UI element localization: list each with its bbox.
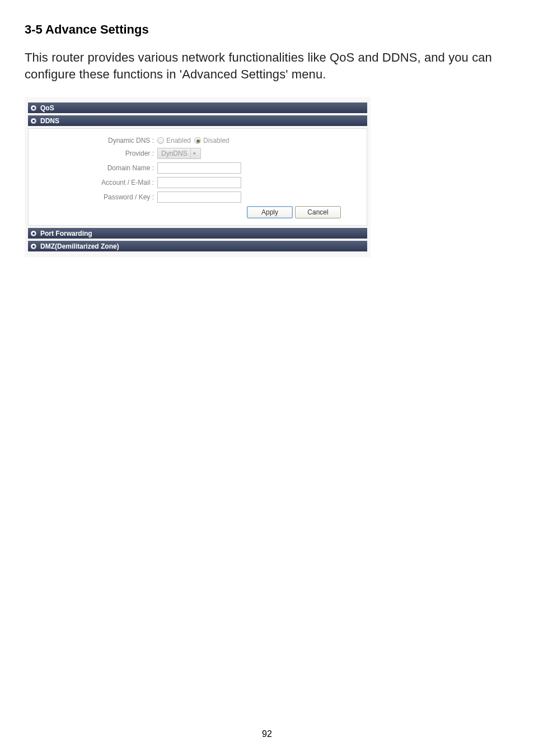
- section-ddns-title: DDNS: [40, 117, 59, 125]
- section-heading: 3-5 Advance Settings: [25, 22, 509, 37]
- bullet-icon: [30, 105, 37, 111]
- section-dmz-title: DMZ(Demilitarized Zone): [40, 242, 119, 250]
- label-password-key: Password / Key :: [36, 193, 154, 201]
- ddns-button-row: Apply Cancel: [36, 206, 359, 218]
- row-domain-name: Domain Name :: [36, 162, 359, 174]
- radio-enabled-label: Enabled: [166, 137, 191, 144]
- row-password-key: Password / Key :: [36, 192, 359, 203]
- intro-paragraph: This router provides various network fun…: [25, 49, 509, 82]
- page-number: 92: [0, 729, 534, 739]
- cancel-button[interactable]: Cancel: [295, 206, 341, 218]
- section-qos-header[interactable]: QoS: [28, 102, 367, 113]
- section-port-forwarding-title: Port Forwarding: [40, 230, 92, 237]
- ddns-body: Dynamic DNS : Enabled Disabled Provider …: [28, 128, 367, 226]
- section-port-forwarding-header[interactable]: Port Forwarding: [28, 228, 367, 239]
- row-dynamic-dns: Dynamic DNS : Enabled Disabled: [36, 137, 359, 144]
- bullet-icon: [30, 230, 37, 237]
- provider-select[interactable]: DynDNS ▾: [157, 148, 201, 159]
- bullet-icon: [30, 118, 37, 124]
- label-provider: Provider :: [36, 150, 154, 157]
- settings-panel: QoS DDNS Dynamic DNS : Enabled Disabled: [25, 97, 371, 257]
- radio-icon: [194, 137, 201, 144]
- section-qos-title: QoS: [40, 104, 54, 112]
- domain-name-input[interactable]: [157, 162, 241, 174]
- account-email-input[interactable]: [157, 177, 241, 188]
- row-provider: Provider : DynDNS ▾: [36, 148, 359, 159]
- radio-disabled-label: Disabled: [203, 137, 229, 144]
- radio-enabled[interactable]: Enabled: [157, 137, 191, 144]
- password-key-input[interactable]: [157, 192, 241, 203]
- label-domain-name: Domain Name :: [36, 164, 154, 172]
- radio-icon: [157, 137, 164, 144]
- chevron-down-icon: ▾: [190, 148, 198, 158]
- row-account-email: Account / E-Mail :: [36, 177, 359, 188]
- section-ddns-header[interactable]: DDNS: [28, 115, 367, 126]
- dynamic-dns-radio-group: Enabled Disabled: [157, 137, 233, 144]
- provider-value: DynDNS: [161, 150, 188, 157]
- section-dmz-header[interactable]: DMZ(Demilitarized Zone): [28, 241, 367, 251]
- label-account-email: Account / E-Mail :: [36, 179, 154, 186]
- radio-disabled[interactable]: Disabled: [194, 137, 229, 144]
- label-dynamic-dns: Dynamic DNS :: [36, 137, 154, 144]
- bullet-icon: [30, 243, 37, 250]
- apply-button[interactable]: Apply: [247, 206, 293, 218]
